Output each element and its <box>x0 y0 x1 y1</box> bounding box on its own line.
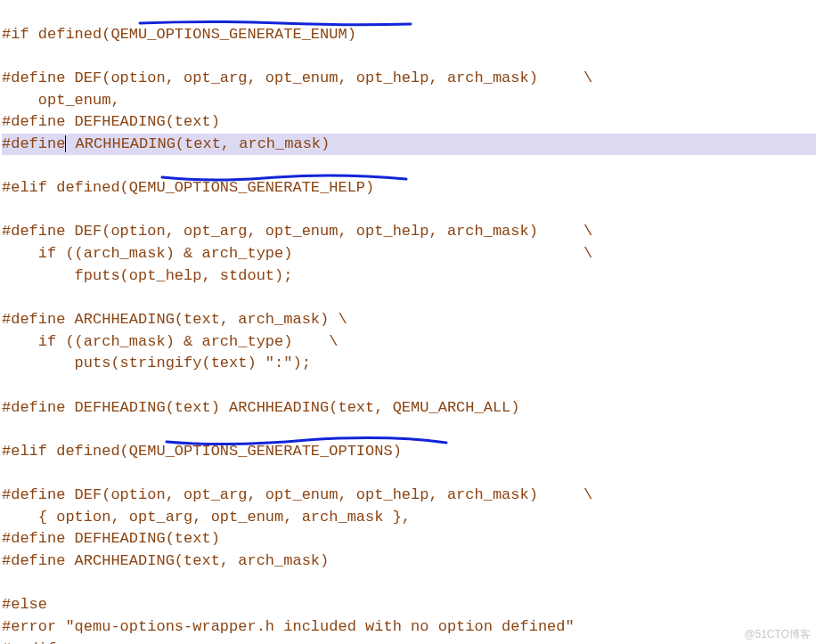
code-line: { option, opt_arg, opt_enum, arch_mask }… <box>2 509 411 526</box>
code-line: if ((arch_mask) & arch_type) \ <box>2 333 338 350</box>
watermark: @51CTO博客 <box>744 627 811 642</box>
code-line: #define DEFHEADING(text) <box>2 530 220 547</box>
directive: #if <box>2 26 29 43</box>
code-line: #define DEFHEADING(text) ARCHHEADING(tex… <box>2 399 520 416</box>
code-text: defined(QEMU_OPTIONS_GENERATE_ENUM) <box>29 26 356 43</box>
code-line: #define ARCHHEADING(text, arch_mask) <box>2 552 329 569</box>
code-line: #endif <box>2 640 56 644</box>
code-line: #error "qemu-options-wrapper.h included … <box>2 618 575 635</box>
highlighted-line: #define ARCHHEADING(text, arch_mask) <box>2 134 816 156</box>
code-line: opt_enum, <box>2 92 120 109</box>
code-line: #elif defined(QEMU_OPTIONS_GENERATE_HELP… <box>2 179 374 196</box>
code-line: #else <box>2 596 47 613</box>
code-block: #if defined(QEMU_OPTIONS_GENERATE_ENUM) … <box>0 0 816 644</box>
code-line: #define ARCHHEADING(text, arch_mask) \ <box>2 311 347 328</box>
code-line: puts(stringify(text) ":"); <box>2 355 311 371</box>
code-line: #elif defined(QEMU_OPTIONS_GENERATE_OPTI… <box>2 443 402 460</box>
code-text: ARCHHEADING(text, arch_mask) <box>66 135 330 152</box>
code-line: #if defined(QEMU_OPTIONS_GENERATE_ENUM) <box>2 26 356 43</box>
code-line: #define DEFHEADING(text) <box>2 113 220 130</box>
code-line: #define DEF(option, opt_arg, opt_enum, o… <box>2 223 592 240</box>
directive: #define <box>2 135 66 152</box>
code-line: if ((arch_mask) & arch_type) \ <box>2 245 592 262</box>
code-line: #define DEF(option, opt_arg, opt_enum, o… <box>2 486 592 503</box>
code-line: fputs(opt_help, stdout); <box>2 267 292 284</box>
code-line: #define DEF(option, opt_arg, opt_enum, o… <box>2 69 592 86</box>
